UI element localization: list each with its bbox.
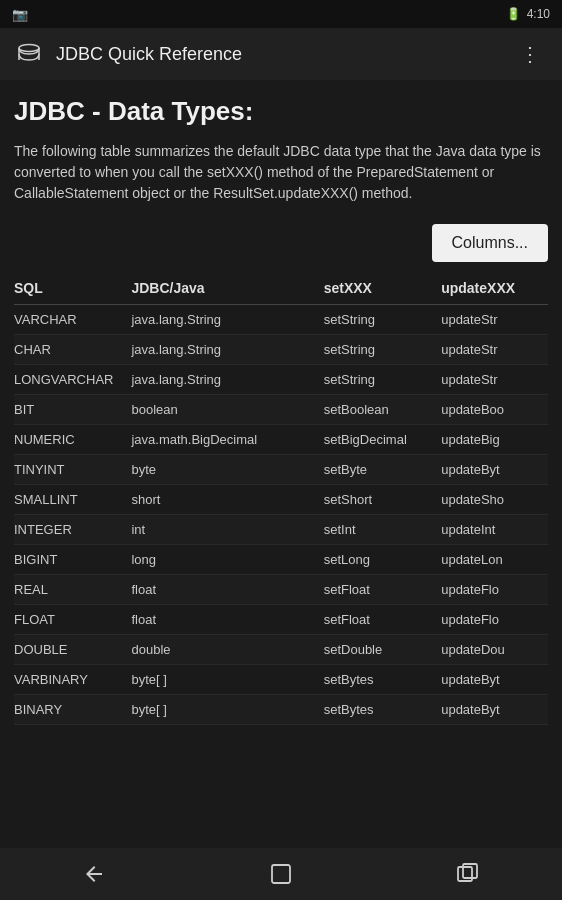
bottom-nav <box>0 848 562 900</box>
table-row: FLOATfloatsetFloatupdateFlo <box>14 605 548 635</box>
cell-5-0: TINYINT <box>14 455 131 485</box>
cell-2-2: setString <box>324 365 441 395</box>
camera-icon: 📷 <box>12 7 28 22</box>
cell-7-1: int <box>131 515 323 545</box>
cell-9-3: updateFlo <box>441 575 548 605</box>
cell-9-0: REAL <box>14 575 131 605</box>
table-row: NUMERICjava.math.BigDecimalsetBigDecimal… <box>14 425 548 455</box>
cell-8-1: long <box>131 545 323 575</box>
cell-2-3: updateStr <box>441 365 548 395</box>
cell-10-3: updateFlo <box>441 605 548 635</box>
app-logo <box>14 39 44 69</box>
home-button[interactable] <box>256 854 306 894</box>
table-row: VARBINARYbyte[ ]setBytesupdateByt <box>14 665 548 695</box>
data-table: SQL JDBC/Java setXXX updateXXX VARCHARja… <box>14 274 548 725</box>
cell-4-3: updateBig <box>441 425 548 455</box>
cell-10-1: float <box>131 605 323 635</box>
cell-1-1: java.lang.String <box>131 335 323 365</box>
status-bar-left: 📷 <box>12 7 28 22</box>
cell-10-0: FLOAT <box>14 605 131 635</box>
svg-rect-3 <box>272 865 290 883</box>
cell-6-1: short <box>131 485 323 515</box>
cell-4-2: setBigDecimal <box>324 425 441 455</box>
table-row: TINYINTbytesetByteupdateByt <box>14 455 548 485</box>
columns-button[interactable]: Columns... <box>432 224 548 262</box>
table-row: INTEGERintsetIntupdateInt <box>14 515 548 545</box>
cell-9-1: float <box>131 575 323 605</box>
cell-3-2: setBoolean <box>324 395 441 425</box>
recent-button[interactable] <box>443 854 493 894</box>
cell-13-1: byte[ ] <box>131 695 323 725</box>
table-row: REALfloatsetFloatupdateFlo <box>14 575 548 605</box>
cell-1-2: setString <box>324 335 441 365</box>
cell-7-3: updateInt <box>441 515 548 545</box>
svg-rect-5 <box>463 864 477 878</box>
header-updatexxx: updateXXX <box>441 274 548 305</box>
back-button[interactable] <box>69 854 119 894</box>
cell-12-1: byte[ ] <box>131 665 323 695</box>
table-row: SMALLINTshortsetShortupdateSho <box>14 485 548 515</box>
header-sql: SQL <box>14 274 131 305</box>
cell-8-2: setLong <box>324 545 441 575</box>
cell-5-2: setByte <box>324 455 441 485</box>
main-content: JDBC - Data Types: The following table s… <box>0 80 562 848</box>
cell-5-3: updateByt <box>441 455 548 485</box>
app-title: JDBC Quick Reference <box>56 44 500 65</box>
cell-10-2: setFloat <box>324 605 441 635</box>
cell-12-2: setBytes <box>324 665 441 695</box>
cell-5-1: byte <box>131 455 323 485</box>
cell-11-3: updateDou <box>441 635 548 665</box>
battery-icon: 🔋 <box>506 7 521 21</box>
cell-4-0: NUMERIC <box>14 425 131 455</box>
cell-2-0: LONGVARCHAR <box>14 365 131 395</box>
header-jdbc: JDBC/Java <box>131 274 323 305</box>
cell-11-2: setDouble <box>324 635 441 665</box>
cell-2-1: java.lang.String <box>131 365 323 395</box>
page-title: JDBC - Data Types: <box>14 96 548 127</box>
cell-8-0: BIGINT <box>14 545 131 575</box>
cell-11-0: DOUBLE <box>14 635 131 665</box>
table-row: DOUBLEdoublesetDoubleupdateDou <box>14 635 548 665</box>
table-row: BINARYbyte[ ]setBytesupdateByt <box>14 695 548 725</box>
cell-12-0: VARBINARY <box>14 665 131 695</box>
cell-13-3: updateByt <box>441 695 548 725</box>
cell-9-2: setFloat <box>324 575 441 605</box>
description-text: The following table summarizes the defau… <box>14 141 548 204</box>
table-row: CHARjava.lang.StringsetStringupdateStr <box>14 335 548 365</box>
svg-point-0 <box>19 45 39 52</box>
status-bar: 📷 🔋 4:10 <box>0 0 562 28</box>
cell-0-3: updateStr <box>441 305 548 335</box>
cell-4-1: java.math.BigDecimal <box>131 425 323 455</box>
cell-3-0: BIT <box>14 395 131 425</box>
cell-1-3: updateStr <box>441 335 548 365</box>
table-row: LONGVARCHARjava.lang.StringsetStringupda… <box>14 365 548 395</box>
status-bar-right: 🔋 4:10 <box>506 7 550 21</box>
cell-3-3: updateBoo <box>441 395 548 425</box>
svg-rect-4 <box>458 867 472 881</box>
cell-6-3: updateSho <box>441 485 548 515</box>
cell-0-0: VARCHAR <box>14 305 131 335</box>
header-setxxx: setXXX <box>324 274 441 305</box>
cell-7-2: setInt <box>324 515 441 545</box>
cell-1-0: CHAR <box>14 335 131 365</box>
columns-btn-row: Columns... <box>14 224 548 262</box>
cell-0-2: setString <box>324 305 441 335</box>
cell-6-0: SMALLINT <box>14 485 131 515</box>
cell-0-1: java.lang.String <box>131 305 323 335</box>
table-row: BITbooleansetBooleanupdateBoo <box>14 395 548 425</box>
cell-13-0: BINARY <box>14 695 131 725</box>
cell-8-3: updateLon <box>441 545 548 575</box>
cell-7-0: INTEGER <box>14 515 131 545</box>
cell-13-2: setBytes <box>324 695 441 725</box>
menu-button[interactable]: ⋮ <box>512 38 548 70</box>
table-row: BIGINTlongsetLongupdateLon <box>14 545 548 575</box>
app-bar: JDBC Quick Reference ⋮ <box>0 28 562 80</box>
cell-12-3: updateByt <box>441 665 548 695</box>
cell-3-1: boolean <box>131 395 323 425</box>
cell-11-1: double <box>131 635 323 665</box>
time-display: 4:10 <box>527 7 550 21</box>
table-row: VARCHARjava.lang.StringsetStringupdateSt… <box>14 305 548 335</box>
cell-6-2: setShort <box>324 485 441 515</box>
